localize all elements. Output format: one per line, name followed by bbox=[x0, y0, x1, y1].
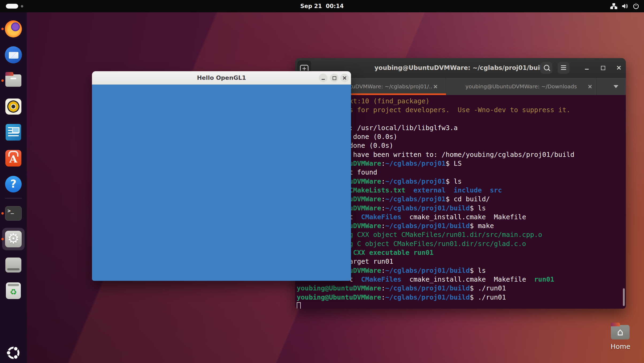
dock-item-rhythmbox[interactable] bbox=[0, 95, 27, 118]
volume-icon bbox=[622, 3, 628, 9]
terminal-close-button[interactable] bbox=[615, 64, 623, 71]
dock-item-firefox[interactable] bbox=[0, 17, 27, 41]
minimize-icon bbox=[585, 69, 589, 70]
ubuntu-software-icon bbox=[5, 150, 21, 167]
running-indicator bbox=[1, 212, 4, 215]
files-icon bbox=[5, 74, 21, 87]
dock-divider bbox=[5, 198, 22, 198]
opengl-close-button[interactable] bbox=[340, 74, 349, 82]
dock-item-files[interactable] bbox=[0, 69, 27, 92]
dock-item-thunderbird[interactable] bbox=[0, 43, 27, 67]
ubuntu-logo-icon bbox=[5, 344, 22, 362]
desktop: Sep 21 00:14 bbox=[0, 0, 644, 363]
desktop-home-shortcut[interactable]: Home bbox=[610, 322, 631, 352]
minimize-icon bbox=[322, 79, 325, 80]
network-icon bbox=[610, 3, 617, 9]
rhythmbox-icon bbox=[5, 99, 21, 115]
maximize-icon bbox=[333, 76, 336, 80]
terminal-icon bbox=[5, 206, 22, 221]
power-icon bbox=[633, 3, 639, 9]
disk-drive-icon bbox=[5, 258, 21, 273]
clock[interactable]: Sep 21 00:14 bbox=[0, 0, 644, 12]
terminal-maximize-button[interactable] bbox=[599, 64, 607, 71]
hamburger-menu-icon bbox=[561, 65, 566, 71]
opengl-window-title: Hello OpenGL1 bbox=[92, 71, 351, 85]
tab-label: youbing@UbuntuDVMWare: ~/Downloads bbox=[465, 83, 577, 90]
system-tray[interactable] bbox=[610, 0, 639, 12]
tab-downloads[interactable]: youbing@UbuntuDVMWare: ~/Downloads bbox=[446, 78, 597, 95]
dock-item-disks[interactable] bbox=[0, 253, 27, 277]
opengl-header-bar[interactable]: Hello OpenGL1 bbox=[92, 71, 351, 85]
dock-item-libreoffice-writer[interactable] bbox=[0, 120, 27, 144]
terminal-line: youbing@UbuntuDVMWare:~/cglabs/proj01/bu… bbox=[297, 284, 626, 293]
chevron-down-icon[interactable] bbox=[614, 85, 618, 88]
menu-button[interactable] bbox=[558, 62, 569, 74]
search-icon bbox=[544, 65, 549, 70]
terminal-cursor bbox=[297, 302, 301, 309]
opengl-canvas bbox=[92, 85, 351, 281]
dock-item-terminal[interactable] bbox=[0, 202, 27, 225]
running-indicator bbox=[1, 80, 4, 82]
top-bar: Sep 21 00:14 bbox=[0, 0, 644, 12]
dock bbox=[0, 12, 27, 363]
gear-icon bbox=[5, 231, 22, 247]
dock-item-help[interactable] bbox=[0, 172, 27, 196]
home-label: Home bbox=[611, 343, 630, 350]
dock-item-ubuntu-software[interactable] bbox=[0, 146, 27, 170]
tab-close-icon[interactable] bbox=[433, 84, 438, 89]
tab-close-icon[interactable] bbox=[588, 84, 592, 89]
opengl-maximize-button[interactable] bbox=[330, 74, 338, 82]
terminal-line: youbing@UbuntuDVMWare:~/cglabs/proj01/bu… bbox=[297, 293, 626, 302]
dock-item-show-apps[interactable] bbox=[0, 342, 27, 363]
firefox-icon bbox=[5, 20, 22, 37]
thunderbird-icon bbox=[5, 46, 22, 63]
dock-item-settings[interactable] bbox=[0, 227, 27, 251]
trash-icon bbox=[6, 282, 21, 299]
maximize-icon bbox=[601, 66, 605, 70]
terminal-scrollbar[interactable] bbox=[623, 288, 625, 306]
search-button[interactable] bbox=[541, 62, 552, 74]
help-icon bbox=[5, 176, 22, 192]
running-indicator bbox=[1, 28, 4, 30]
opengl-minimize-button[interactable] bbox=[319, 74, 327, 82]
running-indicator bbox=[1, 238, 4, 240]
dock-item-trash[interactable] bbox=[0, 279, 27, 303]
terminal-line bbox=[297, 302, 626, 309]
libreoffice-writer-icon bbox=[6, 124, 21, 141]
home-folder-icon bbox=[611, 325, 630, 339]
opengl-window: Hello OpenGL1 bbox=[92, 71, 351, 281]
terminal-minimize-button[interactable] bbox=[583, 64, 591, 71]
